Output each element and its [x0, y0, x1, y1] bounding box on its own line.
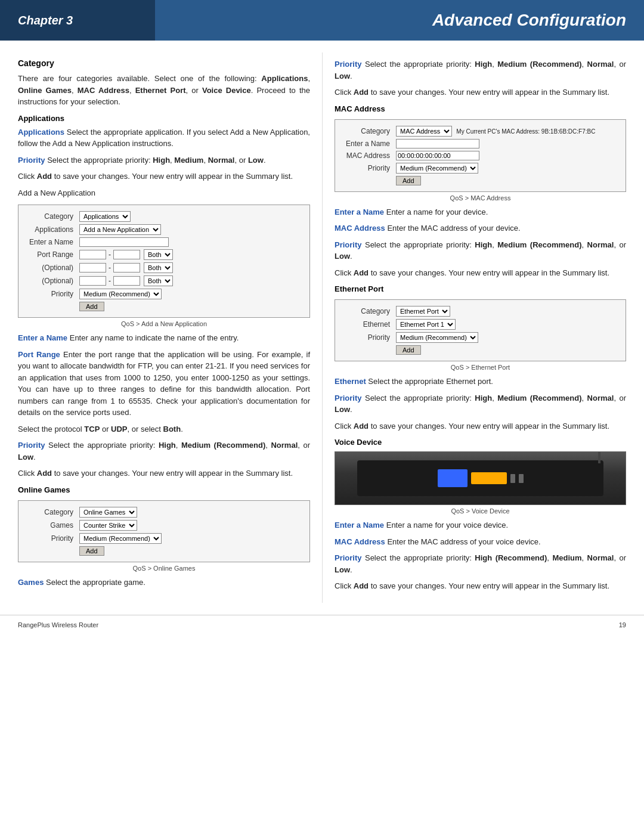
category-heading: Category	[18, 58, 310, 68]
qos-applications-row: Applications Add a New Application	[23, 223, 305, 236]
qos-eth-category-row: Category Ethernet Port	[340, 305, 621, 318]
qos-enter-name-input[interactable]	[79, 237, 169, 247]
qos-applications-value: Add a New Application	[77, 223, 305, 236]
qos-mac-address-row: MAC Address	[340, 150, 621, 162]
router-port-1	[510, 474, 515, 483]
priority-para-r4: Priority Select the appropriate priority…	[335, 552, 626, 575]
router-port-2	[519, 474, 524, 483]
click-add-para-r3: Click Add to save your changes. Your new…	[335, 420, 626, 432]
games-para: Games Select the appropriate game.	[18, 577, 310, 589]
qos-port-range-fields-3: - Both	[77, 274, 305, 287]
qos-games-priority-value: Medium (Recommend)	[77, 532, 305, 545]
ethernet-para: Ethernet Select the appropriate Ethernet…	[335, 376, 626, 388]
qos-games-category-label: Category	[23, 506, 77, 519]
click-add-para-2: Click Add to save your changes. Your new…	[18, 467, 310, 479]
priority-term-1: Priority	[18, 156, 45, 165]
port-end-2[interactable]	[113, 263, 140, 272]
port-row-1: - Both	[79, 249, 302, 260]
qos-mac-add-row: Add	[340, 175, 621, 187]
qos-mac-category-value: MAC Address My Current PC's MAC Address:…	[394, 125, 621, 138]
qos-games-value: Counter Strike	[77, 519, 305, 532]
qos-mac-caption: QoS > MAC Address	[335, 194, 626, 202]
mac-address-para: MAC Address Enter the MAC address of you…	[335, 222, 626, 234]
qos-eth-add-button[interactable]: Add	[396, 345, 421, 355]
qos-mac-category-row: Category MAC Address My Current PC's MAC…	[340, 125, 621, 138]
qos-mac-address-input[interactable]	[396, 151, 479, 160]
qos-games-category-select[interactable]: Online Games	[79, 507, 137, 518]
enter-name-desc-1: Enter any name to indicate the name of t…	[70, 333, 239, 342]
port-end-3[interactable]	[113, 276, 140, 286]
port-start-1[interactable]	[79, 250, 106, 259]
qos-mac-category-label: Category	[340, 125, 394, 138]
port-start-3[interactable]	[79, 276, 106, 286]
qos-add-cell-app: Add	[77, 301, 305, 312]
games-term: Games	[18, 578, 44, 587]
enter-name-para-v: Enter a Name Enter a name for your voice…	[335, 519, 626, 531]
port-range-para: Port Range Enter the port range that the…	[18, 349, 310, 419]
qos-games-select[interactable]: Counter Strike	[79, 520, 137, 531]
click-add-para-r4: Click Add to save your changes. Your new…	[335, 580, 626, 592]
qos-eth-category-label: Category	[340, 305, 394, 318]
footer-left: RangePlus Wireless Router	[18, 621, 98, 628]
qos-add-button-app[interactable]: Add	[79, 302, 104, 311]
qos-optional-label-2: (Optional)	[23, 274, 77, 287]
qos-mac-add-button[interactable]: Add	[396, 176, 421, 185]
qos-applications-label: Applications	[23, 223, 77, 236]
qos-games-add-button[interactable]: Add	[79, 546, 104, 556]
page-header: Chapter 3 Advanced Configuration	[0, 0, 644, 41]
qos-eth-category-select[interactable]: Ethernet Port	[396, 306, 450, 317]
priority-para-r2: Priority Select the appropriate priority…	[335, 239, 626, 262]
qos-mac-enter-name-input[interactable]	[396, 139, 479, 148]
qos-category-select[interactable]: Applications	[79, 211, 131, 222]
enter-name-para-1: Enter a Name Enter any name to indicate …	[18, 332, 310, 344]
qos-mac-priority-select[interactable]: Medium (Recommend)	[396, 163, 478, 174]
qos-games-priority-row: Priority Medium (Recommend)	[23, 532, 305, 545]
qos-games-row: Games Counter Strike	[23, 519, 305, 532]
qos-optional-label-1: (Optional)	[23, 261, 77, 274]
qos-eth-category-value: Ethernet Port	[394, 305, 621, 318]
qos-port-range-row-3: (Optional) - Both	[23, 274, 305, 287]
qos-port-range-row-2: (Optional) - Both	[23, 261, 305, 274]
qos-eth-priority-select[interactable]: Medium (Recommend)	[396, 332, 478, 343]
qos-applications-select[interactable]: Add a New Application	[79, 224, 161, 235]
port-start-2[interactable]	[79, 263, 106, 272]
port-row-3: - Both	[79, 275, 302, 286]
port-dash-3: -	[109, 277, 111, 285]
priority-desc-r3: Select the appropriate priority: High, M…	[335, 394, 626, 414]
chapter-label: Chapter 3	[0, 0, 155, 41]
port-protocol-1[interactable]: Both	[144, 249, 173, 260]
mac-address-para-v: MAC Address Enter the MAC address of you…	[335, 536, 626, 548]
qos-mac-priority-row: Priority Medium (Recommend)	[340, 162, 621, 175]
qos-mac-form: Category MAC Address My Current PC's MAC…	[335, 119, 626, 192]
priority-para-2: Priority Select the appropriate priority…	[18, 439, 310, 463]
enter-name-desc-v: Enter a name for your voice device.	[386, 521, 509, 529]
qos-eth-priority-label: Priority	[340, 331, 394, 344]
qos-category-label: Category	[23, 210, 77, 223]
port-end-1[interactable]	[113, 250, 140, 259]
mac-address-desc: Enter the MAC address of your device.	[387, 224, 520, 233]
port-protocol-3[interactable]: Both	[144, 275, 173, 286]
enter-name-desc-r: Enter a name for your device.	[386, 208, 488, 216]
qos-ethernet-form: Category Ethernet Port Ethernet Ethernet…	[335, 299, 626, 361]
qos-eth-ethernet-row: Ethernet Ethernet Port 1	[340, 318, 621, 331]
qos-port-range-label: Port Range	[23, 248, 77, 261]
qos-priority-select-app[interactable]: Medium (Recommend)	[79, 289, 162, 299]
qos-mac-category-select[interactable]: MAC Address	[396, 126, 452, 137]
my-pc-mac-label: My Current PC's MAC Address: 9B:1B:6B:DC…	[456, 128, 595, 135]
page-title: Advanced Configuration	[155, 0, 644, 41]
qos-mac-add-cell: Add	[394, 175, 621, 187]
port-protocol-2[interactable]: Both	[144, 262, 173, 273]
qos-eth-priority-value: Medium (Recommend)	[394, 331, 621, 344]
click-add-para-1: Click Add to save your changes. Your new…	[18, 171, 310, 182]
priority-desc-r2: Select the appropriate priority: High, M…	[335, 240, 626, 261]
qos-priority-label-app: Priority	[23, 287, 77, 301]
qos-ethernet-table: Category Ethernet Port Ethernet Ethernet…	[340, 305, 621, 356]
page-footer: RangePlus Wireless Router 19	[0, 615, 644, 634]
qos-games-priority-select[interactable]: Medium (Recommend)	[79, 533, 162, 544]
qos-voice-caption: QoS > Voice Device	[335, 507, 626, 515]
qos-eth-ethernet-select[interactable]: Ethernet Port 1	[396, 319, 456, 330]
qos-enter-name-row: Enter a Name	[23, 236, 305, 248]
port-dash-1: -	[109, 250, 111, 259]
voice-device-image	[335, 451, 626, 505]
title-text: Advanced Configuration	[432, 11, 626, 30]
